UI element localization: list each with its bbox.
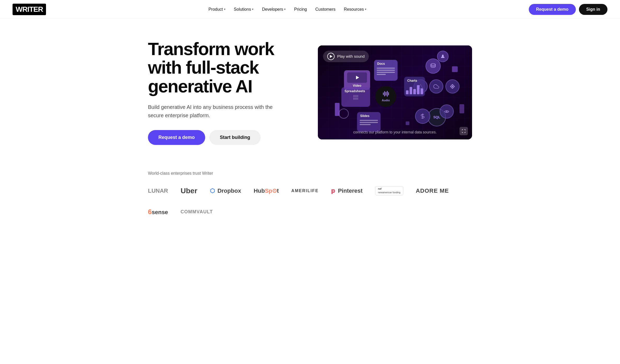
wave-bar <box>388 92 389 95</box>
decoration-rect <box>452 66 458 72</box>
logo-sixsense: 6sense <box>148 208 168 216</box>
bar <box>406 90 409 94</box>
logo-uber: Uber <box>181 187 197 195</box>
wave-bar <box>384 91 385 96</box>
svg-point-5 <box>452 87 453 89</box>
top-circle-icon <box>437 51 449 62</box>
svg-point-7 <box>453 86 455 87</box>
doc-line <box>377 68 395 69</box>
svg-point-12 <box>446 111 447 112</box>
charts-label: Charts <box>407 79 417 83</box>
chevron-down-icon: ▾ <box>365 8 366 11</box>
grid-cell <box>353 98 354 100</box>
audio-label: Audio <box>382 99 390 102</box>
bar <box>417 85 420 94</box>
video-play-icon <box>356 76 359 79</box>
doc-line <box>377 70 395 71</box>
nav-links: Product ▾ Solutions ▾ Developers ▾ Prici… <box>205 5 370 14</box>
bar-chart <box>406 85 423 94</box>
start-building-button[interactable]: Start building <box>209 130 261 145</box>
grid-cell <box>358 95 358 97</box>
fullscreen-button[interactable] <box>460 127 468 135</box>
decoration-rect <box>460 104 464 113</box>
hero-subtitle: Build generative AI into any business pr… <box>148 103 273 120</box>
database-icon <box>426 58 441 74</box>
nav-developers[interactable]: Developers ▾ <box>259 5 289 14</box>
audio-waveform <box>383 91 389 97</box>
sign-in-button[interactable]: Sign in <box>579 4 607 15</box>
nav-pricing[interactable]: Pricing <box>291 5 310 14</box>
nav-resources[interactable]: Resources ▾ <box>341 5 370 14</box>
sql-label: SQL <box>433 115 440 119</box>
sixsense-icon: 6 <box>148 208 152 216</box>
logo-amerilife: AMERILIFE <box>291 189 319 193</box>
logo-lunar: LUNAR <box>148 187 168 194</box>
logo-adoreme: ADORE ME <box>416 187 449 194</box>
trust-section: World-class enterprises trust Writer LUN… <box>127 161 493 232</box>
spreadsheets-card: Spreadsheets <box>341 87 370 107</box>
play-triangle-icon <box>330 55 332 58</box>
grid-cell <box>355 95 356 97</box>
slides-lines <box>360 120 378 125</box>
nav-customers[interactable]: Customers <box>312 5 338 14</box>
play-icon <box>327 53 335 60</box>
navbar: WRITER Product ▾ Solutions ▾ Developers … <box>0 0 620 19</box>
svg-point-9 <box>453 85 454 86</box>
svg-point-1 <box>431 63 435 65</box>
request-demo-nav-button[interactable]: Request a demo <box>529 4 576 15</box>
svg-point-3 <box>452 86 453 87</box>
request-demo-hero-button[interactable]: Request a demo <box>148 130 205 145</box>
grid-cell <box>355 98 356 100</box>
svg-point-11 <box>453 87 454 88</box>
play-with-sound-button[interactable]: Play with sound <box>323 51 369 62</box>
audio-card: Audio <box>375 86 396 107</box>
video-card: Video <box>344 70 370 90</box>
video-play-area <box>347 72 367 83</box>
video-caption: connects our platform to your internal d… <box>353 130 437 134</box>
naf-badge: naf newamerican funding <box>375 186 403 195</box>
hero-buttons: Request a demo Start building <box>148 130 302 145</box>
slide-line <box>360 124 371 125</box>
chevron-down-icon: ▾ <box>284 8 286 11</box>
nav-product[interactable]: Product ▾ <box>205 5 228 14</box>
docs-card-label: Docs <box>377 62 385 66</box>
svg-point-4 <box>452 84 453 85</box>
wave-bar <box>383 92 384 95</box>
wave-bar <box>386 92 386 96</box>
video-content: Play with sound <box>318 45 472 139</box>
logo-naf: naf newamerican funding <box>375 186 403 195</box>
decoration-dot <box>406 121 409 125</box>
hero-left: Transform work with full-stack generativ… <box>148 40 302 145</box>
svg-point-6 <box>450 86 451 87</box>
logos-row: LUNAR Uber ⬡ Dropbox HubSp⊙t AMERILIFE 𝕡… <box>148 186 472 216</box>
wave-bar <box>387 91 388 97</box>
nav-solutions[interactable]: Solutions ▾ <box>231 5 257 14</box>
svg-point-10 <box>451 87 452 88</box>
logo-pinterest: 𝕡 Pinterest <box>331 187 363 194</box>
chevron-down-icon: ▾ <box>224 8 226 11</box>
slide-line <box>360 120 378 121</box>
grid-cell <box>354 98 355 100</box>
bar <box>410 87 412 94</box>
ripple-icon <box>440 104 454 119</box>
slides-label: Slides <box>360 114 369 118</box>
docs-card: Docs <box>374 60 398 81</box>
logo-hubspot: HubSp⊙t <box>254 187 279 194</box>
integrations-icon <box>445 79 460 93</box>
hero-section: Transform work with full-stack generativ… <box>127 19 493 161</box>
grid-cell <box>358 98 358 100</box>
svg-point-0 <box>442 55 444 56</box>
pinterest-icon: 𝕡 <box>331 187 335 194</box>
trust-label: World-class enterprises trust Writer <box>148 171 472 176</box>
doc-line <box>377 74 386 75</box>
dropbox-icon: ⬡ <box>210 187 216 194</box>
empty-circle-icon <box>339 109 349 119</box>
hero-title: Transform work with full-stack generativ… <box>148 40 302 96</box>
spreadsheets-label: Spreadsheets <box>345 89 365 93</box>
logo-commvault: COMMVAULT <box>181 209 213 215</box>
slide-line <box>360 122 378 123</box>
nav-actions: Request a demo Sign in <box>529 4 607 15</box>
logo[interactable]: WRITER <box>13 4 46 15</box>
bar <box>421 89 423 94</box>
bar <box>413 89 416 94</box>
